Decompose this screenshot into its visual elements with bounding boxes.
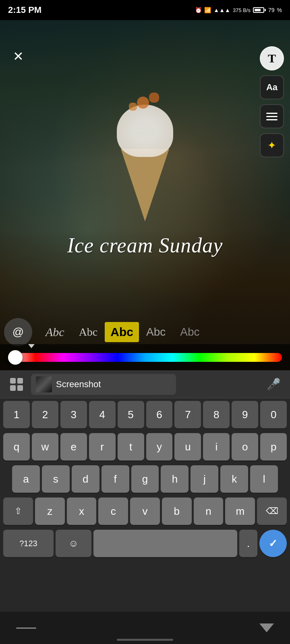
font-bold-yellow-label: Abc	[110, 325, 133, 339]
key-k[interactable]: k	[220, 465, 248, 493]
editor-area: ✕ T Aa ✦ Ice cream Sunday @ Abc Abc	[0, 20, 290, 370]
shift-icon: ⇧	[14, 506, 22, 516]
font-Aa-icon: Aa	[266, 82, 278, 93]
key-b[interactable]: b	[162, 497, 192, 525]
key-c[interactable]: c	[98, 497, 128, 525]
alarm-icon: ⏰	[195, 7, 202, 13]
suggestion-bar: Screenshot 🎤	[0, 370, 290, 398]
nav-triangle[interactable]	[259, 623, 274, 632]
status-icons: ⏰ 📶 ▲▲▲ 375 B/s 79 %	[195, 7, 282, 13]
key-n[interactable]: n	[194, 497, 224, 525]
font-option-light[interactable]: Abc	[173, 322, 207, 342]
text-overlay[interactable]: Ice cream Sunday	[0, 233, 290, 257]
space-key[interactable]	[93, 530, 237, 557]
key-0[interactable]: 0	[260, 401, 287, 428]
key-v[interactable]: v	[130, 497, 160, 525]
font-sans-label: Abc	[146, 326, 166, 339]
key-5[interactable]: 5	[118, 401, 144, 428]
key-a[interactable]: a	[12, 465, 40, 493]
period-key[interactable]: .	[239, 530, 257, 557]
key-e[interactable]: e	[60, 433, 87, 460]
text-style-button[interactable]: T	[260, 46, 284, 70]
signal-icon: ▲▲▲	[213, 7, 230, 13]
key-6[interactable]: 6	[146, 401, 173, 428]
suggestion-text: Screenshot	[56, 379, 101, 390]
text-T-icon: T	[268, 52, 276, 65]
battery-pct-sign: %	[277, 7, 282, 13]
key-i[interactable]: i	[203, 433, 230, 460]
align-button[interactable]	[260, 104, 284, 128]
suggestion-preview[interactable]: Screenshot	[31, 374, 176, 395]
key-t[interactable]: t	[118, 433, 144, 460]
at-icon: @	[12, 326, 24, 339]
key-o[interactable]: o	[232, 433, 258, 460]
key-2[interactable]: 2	[32, 401, 58, 428]
key-j[interactable]: j	[191, 465, 218, 493]
key-x[interactable]: x	[67, 497, 97, 525]
key-p[interactable]: p	[260, 433, 287, 460]
bottom-row: ?123 ☺ . ✓	[0, 527, 290, 559]
font-light-label: Abc	[180, 326, 199, 339]
key-1[interactable]: 1	[3, 401, 30, 428]
enter-key[interactable]: ✓	[259, 530, 287, 557]
font-size-button[interactable]: Aa	[260, 75, 284, 99]
suggestion-thumbnail	[36, 376, 52, 392]
key-4[interactable]: 4	[89, 401, 116, 428]
key-f[interactable]: f	[102, 465, 129, 493]
nav-line[interactable]	[16, 627, 36, 629]
key-y[interactable]: y	[146, 433, 173, 460]
emoji-key[interactable]: ☺	[56, 530, 91, 557]
font-option-sans[interactable]: Abc	[139, 322, 173, 342]
keyboard-area: Screenshot 🎤 1 2 3 4 5 6 7 8 9 0 q w e r…	[0, 370, 290, 644]
overlay-text: Ice cream Sunday	[67, 234, 223, 257]
key-7[interactable]: 7	[174, 401, 201, 428]
key-z[interactable]: z	[35, 497, 65, 525]
key-l[interactable]: l	[250, 465, 278, 493]
status-time: 2:15 PM	[8, 5, 41, 15]
font-option-bold-yellow[interactable]: Abc	[105, 322, 139, 342]
font-cursive-label: Abc	[79, 326, 98, 339]
close-icon: ✕	[13, 50, 24, 63]
key-u[interactable]: u	[174, 433, 201, 460]
key-s[interactable]: s	[42, 465, 70, 493]
wifi-icon: 📶	[204, 7, 211, 13]
microphone-button[interactable]: 🎤	[263, 374, 284, 395]
sparkle-icon: ✦	[267, 139, 276, 152]
key-g[interactable]: g	[131, 465, 159, 493]
keyboard-grid-button[interactable]	[6, 374, 27, 395]
close-button[interactable]: ✕	[8, 46, 28, 66]
status-bar: 2:15 PM ⏰ 📶 ▲▲▲ 375 B/s 79 %	[0, 0, 290, 20]
color-slider[interactable]	[8, 353, 282, 362]
key-r[interactable]: r	[89, 433, 116, 460]
font-at-button[interactable]: @	[4, 318, 32, 346]
key-m[interactable]: m	[225, 497, 255, 525]
key-9[interactable]: 9	[232, 401, 258, 428]
color-slider-container	[0, 344, 290, 370]
key-w[interactable]: w	[32, 433, 58, 460]
key-3[interactable]: 3	[60, 401, 87, 428]
key-h[interactable]: h	[161, 465, 188, 493]
key-q[interactable]: q	[3, 433, 30, 460]
number-row: 1 2 3 4 5 6 7 8 9 0	[0, 398, 290, 431]
enter-icon: ✓	[269, 537, 278, 550]
right-toolbar: T Aa ✦	[260, 46, 284, 157]
battery-icon	[253, 7, 266, 13]
num-switch-label: ?123	[19, 539, 37, 548]
asdf-row: a s d f g h j k l	[0, 463, 290, 495]
emoji-icon: ☺	[68, 538, 79, 549]
zxcv-row: ⇧ z x c v b n m ⌫	[0, 495, 290, 527]
battery-text: 375 B/s	[233, 7, 251, 13]
ai-effects-button[interactable]: ✦	[260, 133, 284, 157]
bottom-nav-bar	[0, 612, 290, 644]
key-8[interactable]: 8	[203, 401, 230, 428]
key-d[interactable]: d	[72, 465, 99, 493]
font-option-cursive[interactable]: Abc	[72, 322, 105, 342]
backspace-key[interactable]: ⌫	[257, 497, 287, 525]
battery-percent: 79	[268, 7, 275, 13]
slider-thumb[interactable]	[8, 350, 23, 365]
home-indicator[interactable]	[117, 639, 173, 641]
num-switch-key[interactable]: ?123	[3, 530, 54, 557]
font-selector-indicator	[28, 344, 35, 348]
shift-key[interactable]: ⇧	[3, 497, 33, 525]
font-option-serif[interactable]: Abc	[38, 322, 72, 342]
